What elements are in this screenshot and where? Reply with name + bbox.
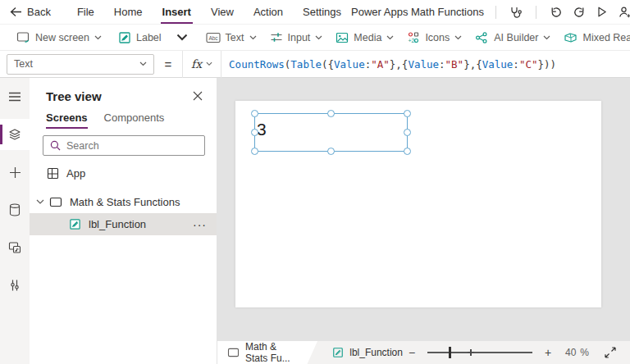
play-preview-button[interactable] xyxy=(591,2,614,23)
chevron-down-icon xyxy=(139,61,147,66)
tree-item-app[interactable]: App xyxy=(30,162,217,184)
media-menu-button[interactable]: Media xyxy=(329,32,400,43)
top-actions xyxy=(487,2,630,23)
mixed-reality-label: Mixed Reality xyxy=(582,32,630,43)
selected-label-control[interactable]: 3 xyxy=(254,113,408,152)
media-screens-icon xyxy=(8,241,21,254)
new-screen-button[interactable]: New screen xyxy=(10,31,108,43)
zoom-in-button[interactable]: + xyxy=(539,346,557,359)
fx-dropdown[interactable]: fx xyxy=(182,51,221,78)
fx-label: fx xyxy=(191,57,202,71)
label-label: Label xyxy=(136,32,162,43)
menu-insert[interactable]: Insert xyxy=(153,1,201,23)
tools-icon xyxy=(9,279,21,292)
zoom-slider[interactable] xyxy=(427,352,532,353)
search-input[interactable] xyxy=(66,140,199,152)
chevron-down-icon[interactable] xyxy=(36,199,44,205)
menu-home[interactable]: Home xyxy=(104,1,153,23)
chevron-down-icon xyxy=(206,61,212,66)
tree-view-title: Tree view xyxy=(46,89,102,103)
resize-handle-top-middle[interactable] xyxy=(327,110,335,117)
tree-item-screen[interactable]: Math & Stats Functions xyxy=(30,191,217,213)
fullscreen-button[interactable] xyxy=(600,343,620,362)
share-button[interactable] xyxy=(614,2,630,23)
chevron-down-icon xyxy=(94,35,102,40)
rail-insert-button[interactable] xyxy=(0,157,30,188)
tree-search-box[interactable] xyxy=(43,135,205,156)
back-button[interactable]: Back xyxy=(10,6,51,18)
tree-item-app-label: App xyxy=(66,167,85,180)
formula-text[interactable]: CountRows(Table({Value:"A"},{Value:"B"},… xyxy=(221,51,630,78)
ai-builder-menu-button[interactable]: AI Builder xyxy=(468,31,557,44)
zoom-percentage: 40 % xyxy=(565,347,589,358)
menu-file[interactable]: File xyxy=(67,1,104,23)
screen-breadcrumb-tab[interactable]: Math & Stats Fu... xyxy=(217,341,317,364)
left-navigation-rail xyxy=(0,78,30,364)
label-button[interactable]: Label xyxy=(112,31,168,44)
undo-icon xyxy=(550,6,563,19)
back-label: Back xyxy=(27,6,51,18)
app-checker-button[interactable] xyxy=(504,2,527,23)
rail-data-button[interactable] xyxy=(0,194,30,225)
close-icon xyxy=(193,91,203,101)
app-title: Power Apps Math Functions xyxy=(351,6,484,18)
icons-menu-button[interactable]: +2 Icons xyxy=(400,31,468,44)
new-screen-icon xyxy=(16,31,30,43)
undo-button[interactable] xyxy=(545,2,568,23)
rail-tree-view-button[interactable] xyxy=(0,119,30,150)
resize-handle-middle-left[interactable] xyxy=(251,129,258,136)
resize-handle-bottom-left[interactable] xyxy=(251,148,258,155)
tree-item-control-selected[interactable]: lbl_Function ··· xyxy=(30,213,217,235)
zoom-controls: − + 40 % xyxy=(403,343,630,362)
mixed-reality-menu-button[interactable]: Mixed Reality xyxy=(557,32,630,43)
property-select-value: Text xyxy=(14,58,139,70)
tree-view-close-button[interactable] xyxy=(190,89,205,103)
screen-artboard[interactable]: 3 xyxy=(235,101,601,307)
resize-handle-top-left[interactable] xyxy=(251,110,258,117)
resize-handle-middle-right[interactable] xyxy=(404,129,411,136)
text-label: Text xyxy=(226,32,244,43)
control-breadcrumb[interactable]: lbl_Function xyxy=(332,347,403,358)
text-abc-icon: Abc xyxy=(206,32,221,43)
zoom-value: 40 xyxy=(565,347,576,358)
zoom-slider-thumb[interactable] xyxy=(449,347,451,358)
hamburger-icon xyxy=(8,92,21,102)
media-image-icon xyxy=(336,32,349,43)
label-icon xyxy=(69,218,81,230)
menu-view[interactable]: View xyxy=(201,1,244,23)
rail-advanced-tools-button[interactable] xyxy=(0,270,30,301)
tab-components[interactable]: Components xyxy=(104,110,165,129)
zoom-out-button[interactable]: − xyxy=(403,346,421,359)
expand-icon xyxy=(605,347,616,358)
menu-action[interactable]: Action xyxy=(244,1,293,23)
input-menu-button[interactable]: Input xyxy=(263,31,330,43)
person-add-icon xyxy=(618,6,630,19)
text-menu-button[interactable]: Abc Text xyxy=(199,32,263,43)
input-label: Input xyxy=(288,32,311,43)
divider xyxy=(536,6,536,19)
equals-sign: = xyxy=(154,57,182,71)
input-sliders-icon xyxy=(270,31,283,43)
svg-text:+2: +2 xyxy=(409,38,415,43)
icons-grid-icon: +2 xyxy=(407,31,420,44)
redo-button[interactable] xyxy=(568,2,591,23)
zoom-slider-tick xyxy=(470,349,472,356)
rail-media-button[interactable] xyxy=(0,232,30,263)
property-select[interactable]: Text xyxy=(7,54,154,75)
label-expand-chevron-icon[interactable] xyxy=(176,34,188,41)
resize-handle-top-right[interactable] xyxy=(404,110,411,117)
tab-screens[interactable]: Screens xyxy=(46,110,88,129)
resize-handle-bottom-right[interactable] xyxy=(404,148,411,155)
canvas-area[interactable]: 3 xyxy=(217,78,630,340)
more-options-button[interactable]: ··· xyxy=(193,213,207,235)
ai-builder-label: AI Builder xyxy=(494,32,538,43)
layers-icon xyxy=(8,128,21,141)
percent-sign: % xyxy=(580,347,589,358)
stethoscope-icon xyxy=(509,6,523,19)
media-label: Media xyxy=(354,32,381,43)
menu-settings[interactable]: Settings xyxy=(293,1,351,23)
rail-hamburger-button[interactable] xyxy=(0,81,30,112)
search-icon xyxy=(50,140,61,151)
resize-handle-bottom-middle[interactable] xyxy=(327,148,335,155)
label-value: 3 xyxy=(257,118,267,140)
